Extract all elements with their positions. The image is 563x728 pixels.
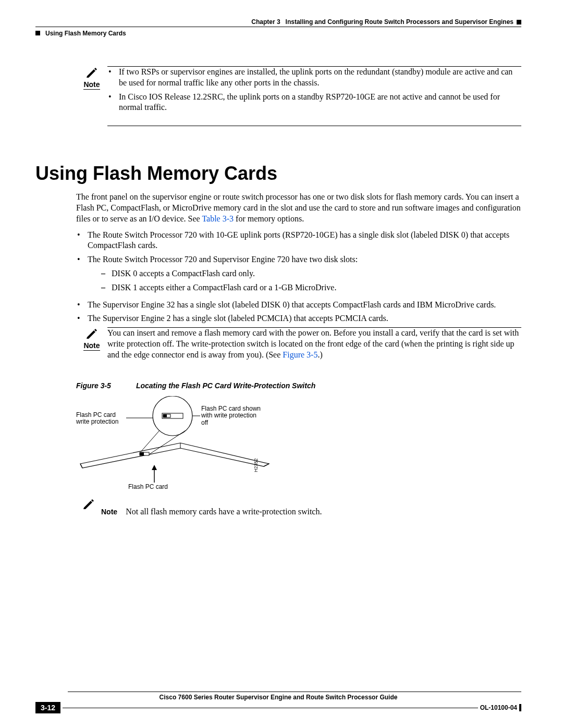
- pencil-icon: [82, 498, 95, 510]
- intro-paragraph: The front panel on the supervisor engine…: [76, 192, 521, 224]
- note-block-3: NoteNot all flash memory cards have a wr…: [76, 498, 521, 517]
- sub-bullet-2: –DISK 1 accepts either a CompactFlash ca…: [101, 282, 521, 293]
- doc-number: OL-10100-04: [480, 704, 517, 711]
- page-header: Chapter 3 Installing and Configuring Rou…: [35, 18, 521, 26]
- note-icon-column: [76, 498, 101, 511]
- footer-end-bar-icon: [519, 704, 521, 711]
- header-rule: [35, 27, 521, 27]
- note-2-text: You can insert and remove a flash memory…: [107, 328, 521, 360]
- page-number: 3-12: [35, 702, 60, 713]
- section-breadcrumb: Using Flash Memory Cards: [35, 28, 521, 38]
- figure-label-bottom: Flash PC card: [128, 484, 168, 491]
- main-bullet-list: •The Route Switch Processor 720 with 10-…: [76, 230, 521, 325]
- main-bullet-3: •The Supervisor Engine 32 has a single s…: [76, 300, 521, 311]
- figure-label-left: Flash PC card write protection: [76, 412, 126, 426]
- main-bullet-2: • The Route Switch Processor 720 and Sup…: [76, 254, 521, 296]
- page: Chapter 3 Installing and Configuring Rou…: [0, 0, 563, 517]
- pencil-icon: [85, 67, 98, 78]
- figure-3-5: H2352 Flash PC card write protection Fla…: [76, 396, 521, 495]
- note-label: Note: [101, 508, 117, 516]
- figure-hcode: H2352: [253, 458, 259, 472]
- svg-line-6: [141, 430, 160, 452]
- pencil-icon: [85, 328, 98, 339]
- note-icon-column: Note: [76, 328, 107, 351]
- section-header-text: Using Flash Memory Cards: [45, 30, 126, 37]
- main-bullet-1: •The Route Switch Processor 720 with 10-…: [76, 230, 521, 252]
- sub-bullet-list: –DISK 0 accepts a CompactFlash card only…: [88, 268, 521, 293]
- note-label: Note: [83, 341, 100, 351]
- svg-rect-5: [163, 414, 167, 417]
- note-1-bullet-2: •In Cisco IOS Release 12.2SRC, the uplin…: [107, 92, 521, 114]
- sub-bullet-1: –DISK 0 accepts a CompactFlash card only…: [101, 268, 521, 279]
- note-1-bullet-1: •If two RSPs or supervisor engines are i…: [107, 67, 521, 89]
- figure-3-5-link[interactable]: Figure 3-5: [283, 350, 317, 359]
- header-start-square-icon: [35, 31, 40, 35]
- content-area: Note •If two RSPs or supervisor engines …: [35, 66, 521, 517]
- note-block-2: Note You can insert and remove a flash m…: [76, 328, 521, 363]
- figure-label-right: Flash PC card shown with write protectio…: [201, 405, 264, 427]
- main-bullet-4: •The Supervisor Engine 2 has a single sl…: [76, 313, 521, 324]
- note-icon-column: Note: [76, 67, 107, 90]
- note-rule-bottom: [107, 126, 521, 126]
- header-end-square-icon: [517, 20, 521, 24]
- chapter-header: Chapter 3 Installing and Configuring Rou…: [251, 18, 521, 26]
- figure-caption: Figure 3-5Locating the Flash PC Card Wri…: [76, 381, 521, 390]
- table-3-3-link[interactable]: Table 3-3: [202, 214, 234, 223]
- note-label: Note: [83, 80, 100, 90]
- note-3-text: Not all flash memory cards have a write-…: [126, 507, 322, 516]
- svg-rect-1: [140, 452, 144, 455]
- note-block-1: Note •If two RSPs or supervisor engines …: [76, 67, 521, 116]
- section-heading: Using Flash Memory Cards: [35, 163, 521, 184]
- page-footer: Cisco 7600 Series Router Supervisor Engi…: [35, 692, 521, 713]
- chapter-title: Installing and Configuring Route Switch …: [286, 18, 513, 26]
- footer-guide-title: Cisco 7600 Series Router Supervisor Engi…: [35, 694, 521, 701]
- chapter-label: Chapter 3: [251, 18, 280, 26]
- note-1-list: •If two RSPs or supervisor engines are i…: [107, 67, 521, 113]
